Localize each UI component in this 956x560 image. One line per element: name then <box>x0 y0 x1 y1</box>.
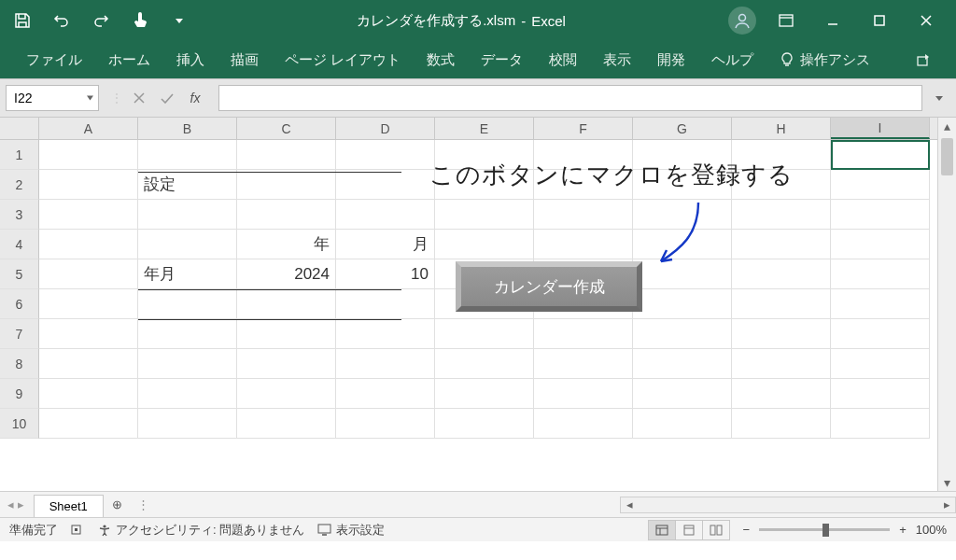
page-break-view-icon[interactable] <box>702 520 730 540</box>
zoom-in-icon[interactable]: + <box>899 523 907 537</box>
share-icon[interactable] <box>907 51 941 68</box>
cell[interactable] <box>633 409 732 439</box>
cell[interactable] <box>435 230 534 259</box>
maximize-button[interactable] <box>857 0 902 41</box>
cell[interactable] <box>732 230 831 259</box>
enter-icon[interactable] <box>155 86 179 110</box>
cell[interactable] <box>237 349 336 379</box>
minimize-button[interactable] <box>810 0 855 41</box>
new-sheet-icon[interactable]: ⊕ <box>104 497 132 511</box>
cell[interactable] <box>732 289 831 319</box>
sheet-nav-arrows[interactable]: ◂ ▸ <box>7 497 34 511</box>
cell[interactable] <box>732 409 831 439</box>
cell[interactable] <box>336 379 435 409</box>
cell[interactable] <box>336 349 435 379</box>
calendar-create-button[interactable]: カレンダー作成 <box>456 261 642 312</box>
cell[interactable] <box>138 200 237 230</box>
cell[interactable] <box>237 289 336 319</box>
col-header-c[interactable]: C <box>237 118 336 139</box>
touch-mode-icon[interactable] <box>125 6 155 35</box>
cell[interactable] <box>336 170 435 200</box>
undo-icon[interactable] <box>47 6 77 35</box>
cell-d5[interactable]: 10 <box>336 259 435 289</box>
cell[interactable] <box>237 170 336 200</box>
cell[interactable] <box>39 349 138 379</box>
col-header-i[interactable]: I <box>831 118 930 139</box>
formula-expand-icon[interactable] <box>928 93 950 103</box>
cell[interactable] <box>39 200 138 230</box>
cell[interactable] <box>732 319 831 349</box>
cell[interactable] <box>39 170 138 200</box>
cell[interactable] <box>831 259 930 289</box>
tell-me[interactable]: 操作アシス <box>768 46 881 75</box>
cell[interactable] <box>831 289 930 319</box>
tab-data[interactable]: データ <box>470 46 534 75</box>
cell[interactable] <box>336 289 435 319</box>
cell[interactable] <box>39 319 138 349</box>
cell[interactable] <box>534 379 633 409</box>
cell[interactable] <box>435 349 534 379</box>
cell[interactable] <box>732 259 831 289</box>
cell[interactable] <box>39 409 138 439</box>
col-header-f[interactable]: F <box>534 118 633 139</box>
tab-insert[interactable]: 挿入 <box>165 46 216 75</box>
cell[interactable] <box>831 379 930 409</box>
cell[interactable] <box>831 200 930 230</box>
cell[interactable] <box>237 409 336 439</box>
scroll-left-icon[interactable]: ◂ <box>621 497 638 511</box>
tab-view[interactable]: 表示 <box>592 46 642 75</box>
cell[interactable] <box>633 349 732 379</box>
row-header[interactable]: 6 <box>0 289 39 319</box>
cell[interactable] <box>39 259 138 289</box>
cell[interactable] <box>138 230 237 259</box>
cell[interactable] <box>336 409 435 439</box>
cell[interactable] <box>534 319 633 349</box>
cell[interactable] <box>138 409 237 439</box>
display-settings[interactable]: 表示設定 <box>317 522 385 539</box>
row-header[interactable]: 2 <box>0 170 39 200</box>
user-avatar[interactable] <box>728 7 756 35</box>
cell[interactable] <box>831 319 930 349</box>
col-header-b[interactable]: B <box>138 118 237 139</box>
scroll-up-icon[interactable]: ▴ <box>938 118 956 134</box>
tab-file[interactable]: ファイル <box>15 46 93 75</box>
save-icon[interactable] <box>7 6 37 35</box>
cell[interactable] <box>237 140 336 170</box>
col-header-d[interactable]: D <box>336 118 435 139</box>
fx-icon[interactable]: fx <box>183 86 207 110</box>
cell-b2[interactable]: 設定 <box>138 170 237 200</box>
row-header[interactable]: 3 <box>0 200 39 230</box>
cell[interactable] <box>534 409 633 439</box>
cell[interactable] <box>435 379 534 409</box>
cell[interactable] <box>831 349 930 379</box>
cancel-icon[interactable] <box>127 86 151 110</box>
zoom-out-icon[interactable]: − <box>743 523 751 537</box>
cell[interactable] <box>336 200 435 230</box>
horizontal-scrollbar[interactable]: ◂ ▸ <box>620 497 956 513</box>
cell[interactable] <box>435 409 534 439</box>
qat-dropdown-icon[interactable] <box>164 6 194 35</box>
cell[interactable] <box>237 319 336 349</box>
zoom-slider[interactable] <box>759 528 890 531</box>
cell[interactable] <box>534 230 633 259</box>
row-header[interactable]: 4 <box>0 230 39 259</box>
accessibility-status[interactable]: アクセシビリティ: 問題ありません <box>98 522 304 539</box>
cell[interactable] <box>732 379 831 409</box>
formula-input[interactable] <box>218 85 922 111</box>
cell[interactable] <box>732 349 831 379</box>
cell[interactable] <box>237 379 336 409</box>
ribbon-display-icon[interactable] <box>764 0 808 41</box>
redo-icon[interactable] <box>86 6 116 35</box>
close-button[interactable] <box>904 0 949 41</box>
cell[interactable] <box>732 200 831 230</box>
scroll-thumb[interactable] <box>941 138 953 175</box>
cell-d4[interactable]: 月 <box>336 230 435 259</box>
zoom-level[interactable]: 100% <box>916 523 947 537</box>
col-header-h[interactable]: H <box>732 118 831 139</box>
cell-c5[interactable]: 2024 <box>237 259 336 289</box>
tab-page-layout[interactable]: ページ レイアウト <box>274 46 412 75</box>
cell[interactable] <box>633 289 732 319</box>
cell[interactable] <box>138 289 237 319</box>
row-header[interactable]: 8 <box>0 349 39 379</box>
page-layout-view-icon[interactable] <box>675 520 703 540</box>
